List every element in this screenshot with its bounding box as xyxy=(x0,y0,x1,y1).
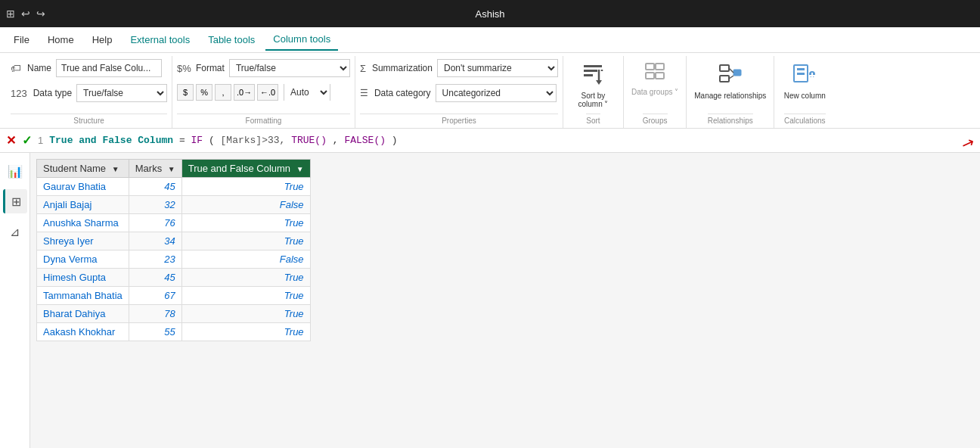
menu-home[interactable]: Home xyxy=(40,30,82,50)
formula-comma: , xyxy=(333,135,345,146)
table-row: Himesh Gupta 45 True xyxy=(37,269,311,287)
relationships-label: Relationships xyxy=(708,114,753,125)
cell-result: True xyxy=(181,287,310,305)
cell-student-name: Aakash Khokhar xyxy=(37,323,129,341)
content-area: 📊 ⊞ ⊿ Student Name ▼ Marks ▼ xyxy=(0,153,980,448)
percent-btn[interactable]: % xyxy=(196,84,212,101)
svg-rect-7 xyxy=(646,64,654,70)
svg-rect-18 xyxy=(797,73,805,75)
menu-help[interactable]: Help xyxy=(85,30,120,50)
summarization-label: Summarization xyxy=(372,63,433,73)
cell-marks: 45 xyxy=(129,269,181,287)
svg-rect-11 xyxy=(720,65,729,71)
cell-student-name: Bharat Dahiya xyxy=(37,305,129,323)
sort-by-column-btn[interactable]: Sort by column ˅ xyxy=(573,59,612,111)
data-groups-label: Data groups ˅ xyxy=(631,88,678,96)
summarization-select[interactable]: Don't summarize Sum Average xyxy=(437,59,558,77)
col-marks[interactable]: Marks ▼ xyxy=(129,160,181,178)
svg-rect-12 xyxy=(720,76,729,82)
cell-result: True xyxy=(181,269,310,287)
menu-column-tools[interactable]: Column tools xyxy=(265,29,338,51)
table-row: Tammanah Bhatia 67 True xyxy=(37,287,311,305)
cell-student-name: Shreya Iyer xyxy=(37,232,129,250)
ribbon-structure-group: 🏷 Name True and False Colu... 123 Data t… xyxy=(6,56,172,128)
sort-by-column-label: Sort by column ˅ xyxy=(578,92,608,108)
formula-if: IF xyxy=(191,135,203,146)
cell-marks: 34 xyxy=(129,232,181,250)
relationships-icon xyxy=(718,62,743,92)
menu-external-tools[interactable]: External tools xyxy=(122,30,197,50)
new-column-icon xyxy=(792,62,817,92)
formula-accept-btn[interactable]: ✓ xyxy=(22,133,32,148)
col-student-arrow: ▼ xyxy=(112,165,119,173)
formula-paren2: ) xyxy=(392,135,398,146)
data-groups-btn[interactable]: Data groups ˅ xyxy=(628,59,681,99)
dec-inc-btn[interactable]: .0→ xyxy=(234,84,255,101)
formula-expression: True and False Column = IF ( [Marks]>33,… xyxy=(49,135,980,146)
currency-btn[interactable]: $ xyxy=(177,84,194,101)
cell-result: True xyxy=(181,323,310,341)
structure-label: Structure xyxy=(11,114,167,125)
table-row: Anjali Bajaj 32 False xyxy=(37,196,311,214)
cell-result: False xyxy=(181,196,310,214)
table-row: Gaurav Bhatia 45 True xyxy=(37,178,311,196)
format-select[interactable]: True/false Text Number xyxy=(229,59,350,77)
format-currency-icon: $% xyxy=(177,63,191,74)
manage-relationships-btn[interactable]: Manage relationships xyxy=(691,59,769,103)
col-student-name[interactable]: Student Name ▼ xyxy=(37,160,129,178)
undo-icon[interactable]: ↩ xyxy=(21,8,30,20)
ribbon-sort-group: Sort by column ˅ Sort xyxy=(563,56,624,128)
properties-label: Properties xyxy=(360,114,558,125)
redo-icon[interactable]: ↪ xyxy=(36,8,45,20)
sort-icon xyxy=(581,62,605,92)
nav-model-icon[interactable]: ⊿ xyxy=(3,219,27,244)
svg-rect-0 xyxy=(584,65,602,67)
menu-table-tools[interactable]: Table tools xyxy=(200,30,262,50)
dec-dec-btn[interactable]: ←.0 xyxy=(257,84,278,101)
ribbon-properties-group: Σ Summarization Don't summarize Sum Aver… xyxy=(355,56,563,128)
format-label: Format xyxy=(196,63,225,73)
svg-rect-9 xyxy=(646,73,654,79)
new-column-btn[interactable]: New column xyxy=(781,59,829,103)
cell-marks: 23 xyxy=(129,250,181,269)
formula-paren1: ( xyxy=(209,135,215,146)
svg-rect-17 xyxy=(797,68,805,70)
cell-marks: 78 xyxy=(129,305,181,323)
datatype-select[interactable]: True/false xyxy=(76,84,167,102)
table-row: Anushka Sharma 76 True xyxy=(37,214,311,232)
name-input[interactable]: True and False Colu... xyxy=(56,59,162,77)
data-area: Student Name ▼ Marks ▼ True and False Co… xyxy=(30,153,980,448)
username: Ashish xyxy=(475,8,504,20)
formula-false: FALSE() xyxy=(344,135,386,146)
left-nav: 📊 ⊞ ⊿ xyxy=(0,153,30,448)
table-row: Dyna Verma 23 False xyxy=(37,250,311,269)
category-select[interactable]: Uncategorized Address City xyxy=(436,84,557,102)
cell-student-name: Dyna Verma xyxy=(37,250,129,269)
cell-marks: 55 xyxy=(129,323,181,341)
formula-marks: [Marks]>33, xyxy=(221,135,292,146)
col-marks-arrow: ▼ xyxy=(168,165,175,173)
formatting-label: Formatting xyxy=(177,114,350,125)
manage-relationships-label: Manage relationships xyxy=(694,92,766,100)
menu-bar: File Home Help External tools Table tool… xyxy=(0,27,980,53)
formula-bar: ✕ ✓ 1 True and False Column = IF ( [Mark… xyxy=(0,129,980,153)
auto-select[interactable]: Auto xyxy=(284,84,330,101)
cell-student-name: Anushka Sharma xyxy=(37,214,129,232)
nav-report-icon[interactable]: 📊 xyxy=(3,159,27,183)
col-tf-arrow: ▼ xyxy=(296,165,304,173)
ribbon-formatting-group: $% Format True/false Text Number $ % , xyxy=(172,56,355,128)
comma-btn[interactable]: , xyxy=(215,84,231,101)
col-true-false[interactable]: True and False Column ▼ xyxy=(181,160,310,178)
cell-marks: 32 xyxy=(129,196,181,214)
nav-table-icon[interactable]: ⊞ xyxy=(3,189,27,213)
grid-icon[interactable]: ⊞ xyxy=(6,8,15,20)
menu-file[interactable]: File xyxy=(6,30,37,50)
cell-result: False xyxy=(181,250,310,269)
svg-rect-13 xyxy=(733,70,741,76)
new-column-label: New column xyxy=(784,92,826,100)
title-bar: ⊞ ↩ ↪ Ashish xyxy=(0,0,980,27)
cell-student-name: Gaurav Bhatia xyxy=(37,178,129,196)
cell-result: True xyxy=(181,178,310,196)
ribbon-calculations-group: New column Calculations xyxy=(774,56,835,128)
formula-cancel-btn[interactable]: ✕ xyxy=(6,133,16,148)
